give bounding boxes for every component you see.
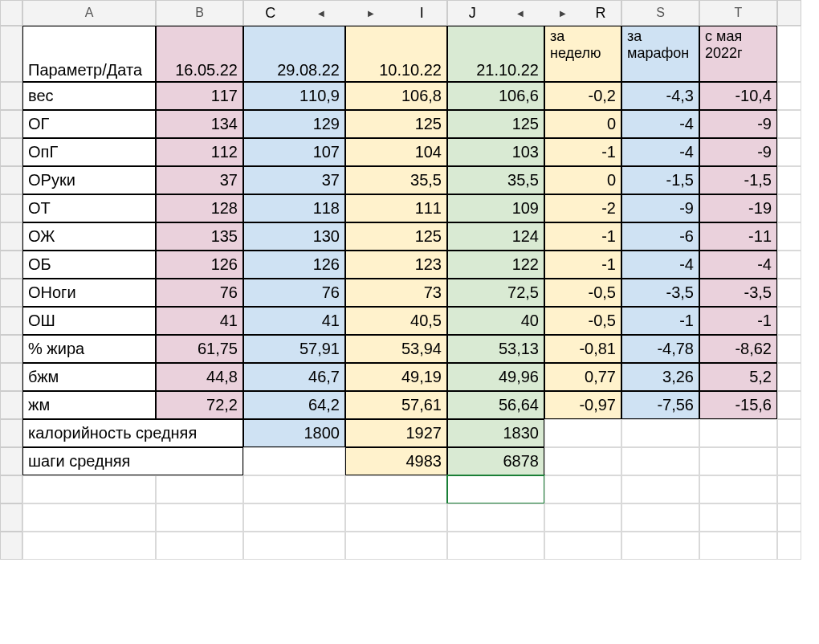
cell-T[interactable]: -11 — [699, 222, 777, 251]
cell-R[interactable]: -1 — [544, 138, 621, 166]
cell-B[interactable]: 76 — [156, 279, 243, 307]
cell-A[interactable]: ОНоги — [22, 279, 156, 307]
cell-C[interactable]: 107 — [243, 138, 345, 166]
cell-S[interactable]: -6 — [621, 222, 699, 251]
cell-B[interactable]: 126 — [156, 251, 243, 279]
cell-T[interactable]: -15,6 — [699, 391, 777, 419]
cell-empty[interactable] — [777, 503, 801, 532]
row-header[interactable] — [0, 335, 22, 363]
cell-empty[interactable] — [777, 532, 801, 560]
cell-empty[interactable] — [777, 110, 801, 138]
cell-I[interactable]: 106,8 — [345, 82, 447, 110]
cell-empty[interactable] — [777, 194, 801, 222]
cell-C[interactable]: 76 — [243, 279, 345, 307]
cell-B[interactable]: 117 — [156, 82, 243, 110]
row-header[interactable] — [0, 110, 22, 138]
cell-calories-label[interactable]: калорийность средняя — [22, 419, 243, 447]
row-header[interactable] — [0, 82, 22, 110]
cell-A[interactable]: ОБ — [22, 251, 156, 279]
cell-C[interactable]: 37 — [243, 166, 345, 194]
cell-empty[interactable] — [243, 503, 345, 532]
cell-R[interactable]: -0,97 — [544, 391, 621, 419]
cell-empty[interactable] — [156, 532, 243, 560]
cell-C[interactable]: 118 — [243, 194, 345, 222]
cell-I[interactable]: 125 — [345, 110, 447, 138]
cell-header-I[interactable]: 10.10.22 — [345, 26, 447, 82]
cell-A[interactable]: жм — [22, 391, 156, 419]
cell-B[interactable]: 37 — [156, 166, 243, 194]
row-header[interactable] — [0, 194, 22, 222]
cell-R[interactable]: 0 — [544, 110, 621, 138]
cell-empty[interactable] — [22, 475, 156, 503]
cell-C[interactable]: 129 — [243, 110, 345, 138]
row-header[interactable] — [0, 138, 22, 166]
cell-J[interactable]: 49,96 — [447, 363, 544, 391]
cell-T[interactable]: -3,5 — [699, 279, 777, 307]
row-header[interactable] — [0, 251, 22, 279]
cell-header-B[interactable]: 16.05.22 — [156, 26, 243, 82]
cell-A[interactable]: вес — [22, 82, 156, 110]
cell-B[interactable]: 112 — [156, 138, 243, 166]
cell-empty[interactable] — [544, 532, 621, 560]
row-header[interactable] — [0, 447, 22, 475]
cell-steps-I[interactable]: 4983 — [345, 447, 447, 475]
cell-empty[interactable] — [156, 503, 243, 532]
row-header[interactable] — [0, 363, 22, 391]
cell-I[interactable]: 123 — [345, 251, 447, 279]
cell-A[interactable]: ОЖ — [22, 222, 156, 251]
cell-S[interactable]: -9 — [621, 194, 699, 222]
cell-T[interactable]: -9 — [699, 110, 777, 138]
cell-B[interactable]: 61,75 — [156, 335, 243, 363]
cell-empty[interactable] — [777, 307, 801, 335]
cell-S[interactable]: 3,26 — [621, 363, 699, 391]
cell-B[interactable]: 72,2 — [156, 391, 243, 419]
cell-C[interactable]: 41 — [243, 307, 345, 335]
cell-R[interactable]: -1 — [544, 251, 621, 279]
cell-S[interactable]: -1,5 — [621, 166, 699, 194]
cell-C[interactable]: 64,2 — [243, 391, 345, 419]
cell-B[interactable]: 41 — [156, 307, 243, 335]
cell-empty[interactable] — [243, 532, 345, 560]
cell-empty[interactable] — [22, 532, 156, 560]
cell-A[interactable]: ОГ — [22, 110, 156, 138]
cell-I[interactable]: 125 — [345, 222, 447, 251]
cell-A[interactable]: ОШ — [22, 307, 156, 335]
cell-J[interactable]: 40 — [447, 307, 544, 335]
row-header[interactable] — [0, 503, 22, 532]
col-header-T[interactable]: T — [699, 0, 777, 26]
cell-empty[interactable] — [156, 475, 243, 503]
cell-empty[interactable] — [621, 532, 699, 560]
cell-T[interactable]: -19 — [699, 194, 777, 222]
cell-calories-I[interactable]: 1927 — [345, 419, 447, 447]
cell-I[interactable]: 53,94 — [345, 335, 447, 363]
cell-C[interactable]: 57,91 — [243, 335, 345, 363]
cell-header-J[interactable]: 21.10.22 — [447, 26, 544, 82]
cell-A[interactable]: ОТ — [22, 194, 156, 222]
cell-empty[interactable] — [777, 475, 801, 503]
cell-empty[interactable] — [777, 335, 801, 363]
cell-S[interactable]: -4 — [621, 110, 699, 138]
cell-T[interactable]: -10,4 — [699, 82, 777, 110]
cell-empty[interactable] — [621, 419, 699, 447]
cell-S[interactable]: -4,78 — [621, 335, 699, 363]
cell-header-S[interactable]: за марафон — [621, 26, 699, 82]
cell-empty[interactable] — [699, 532, 777, 560]
col-header-R-group[interactable]: ▶ R — [544, 0, 621, 26]
cell-I[interactable]: 49,19 — [345, 363, 447, 391]
cell-T[interactable]: -9 — [699, 138, 777, 166]
cell-J[interactable]: 109 — [447, 194, 544, 222]
collapse-left-icon[interactable]: ◀ — [318, 9, 324, 18]
row-header[interactable] — [0, 279, 22, 307]
cell-T[interactable]: -1,5 — [699, 166, 777, 194]
cell-J[interactable]: 103 — [447, 138, 544, 166]
cell-steps-J[interactable]: 6878 — [447, 447, 544, 475]
expand-right-icon[interactable]: ▶ — [368, 9, 374, 18]
cell-J[interactable]: 124 — [447, 222, 544, 251]
cell-header-blank[interactable] — [777, 26, 801, 82]
row-header[interactable] — [0, 532, 22, 560]
cell-A[interactable]: ОпГ — [22, 138, 156, 166]
row-header[interactable] — [0, 307, 22, 335]
cell-empty[interactable] — [447, 532, 544, 560]
cell-empty[interactable] — [243, 475, 345, 503]
cell-S[interactable]: -7,56 — [621, 391, 699, 419]
